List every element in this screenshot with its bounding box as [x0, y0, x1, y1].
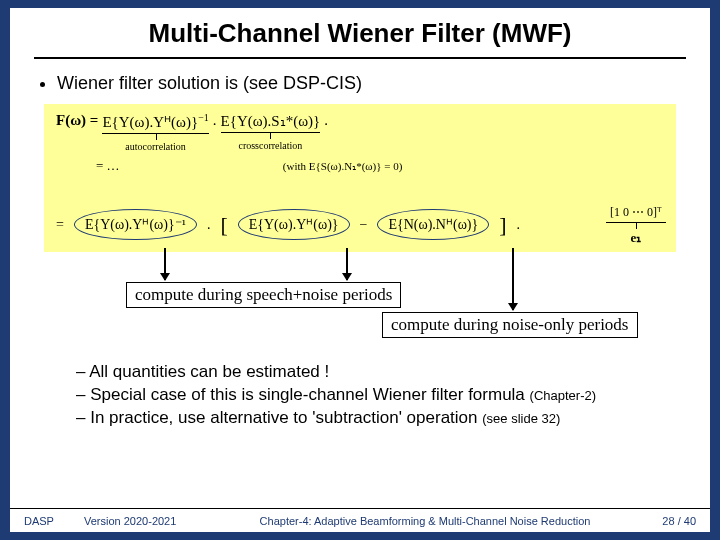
- evec-label: e₁: [606, 230, 666, 246]
- crosscorrelation-term: E{Y(ω).S₁*(ω)} crosscorrelation: [221, 112, 321, 151]
- dot-4: .: [517, 217, 521, 233]
- main-bullet: Wiener filter solution is (see DSP-CIS): [34, 73, 686, 94]
- slide: Multi-Channel Wiener Filter (MWF) Wiener…: [10, 8, 710, 532]
- formula-box: F(ω) = E{Y(ω).Yᴴ(ω)}−1 autocorrelation .…: [44, 104, 676, 252]
- sub-bullet-1-text: All quantities can be estimated !: [89, 362, 329, 381]
- arrow-down-icon: [346, 248, 348, 280]
- main-bullet-text: Wiener filter solution is (see DSP-CIS): [57, 73, 362, 94]
- sub-bullet-1: – All quantities can be estimated !: [76, 362, 686, 382]
- formula-row-1: F(ω) = E{Y(ω).Yᴴ(ω)}−1 autocorrelation .…: [56, 112, 664, 152]
- bracket-right: ]: [499, 212, 506, 238]
- content-area: Wiener filter solution is (see DSP-CIS) …: [10, 73, 710, 428]
- autocorrelation-term: E{Y(ω).Yᴴ(ω)}−1 autocorrelation: [102, 112, 208, 152]
- mid-eq: = …: [96, 158, 120, 173]
- dot-3: .: [207, 217, 211, 233]
- sub-bullet-list: – All quantities can be estimated ! – Sp…: [34, 362, 686, 428]
- cross-label: crosscorrelation: [221, 140, 321, 151]
- sub-bullet-2-text: Special case of this is single-channel W…: [90, 385, 529, 404]
- sub-bullet-2: – Special case of this is single-channel…: [76, 385, 686, 405]
- minus: −: [360, 217, 368, 233]
- footer-version: Version 2020-2021: [84, 515, 204, 527]
- ellipse-1: E{Y(ω).Yᴴ(ω)}⁻¹: [74, 209, 197, 240]
- underbrace-icon: [606, 222, 666, 228]
- title-rule: [34, 57, 686, 59]
- mid-note: (with E{S(ω).N₁*(ω)} = 0): [283, 160, 403, 172]
- tag-noise-only: compute during noise-only periods: [382, 312, 638, 338]
- formula-row-2: = E{Y(ω).Yᴴ(ω)}⁻¹ . [ E{Y(ω).Yᴴ(ω)} − E{…: [56, 209, 520, 240]
- unit-vector: [1 0 ⋯ 0]ᵀ e₁: [606, 205, 666, 246]
- sub-bullet-3-note: (see slide 32): [482, 411, 560, 426]
- arrow-down-icon: [512, 248, 514, 310]
- auto-expr: E{Y(ω).Yᴴ(ω)}: [102, 114, 198, 130]
- footer-page: 28 / 40: [646, 515, 696, 527]
- tag-speech-noise: compute during speech+noise periods: [126, 282, 401, 308]
- underbrace-icon: [102, 133, 208, 139]
- footer-chapter: Chapter-4: Adaptive Beamforming & Multi-…: [204, 515, 646, 527]
- arrow-down-icon: [164, 248, 166, 280]
- ellipse-2: E{Y(ω).Yᴴ(ω)}: [238, 209, 350, 240]
- auto-exponent: −1: [198, 112, 209, 123]
- arrow-region: compute during speech+noise periods comp…: [34, 252, 686, 288]
- sub-bullet-3-text: In practice, use alternative to 'subtrac…: [90, 408, 482, 427]
- slide-title: Multi-Channel Wiener Filter (MWF): [10, 8, 710, 57]
- formula-lhs: F(ω) =: [56, 112, 98, 129]
- sub-bullet-3: – In practice, use alternative to 'subtr…: [76, 408, 686, 428]
- auto-label: autocorrelation: [102, 141, 208, 152]
- row2-eq: =: [56, 217, 64, 233]
- cross-expr: E{Y(ω).S₁*(ω)}: [221, 113, 321, 129]
- footer: DASP Version 2020-2021 Chapter-4: Adapti…: [10, 508, 710, 532]
- ellipse-3: E{N(ω).Nᴴ(ω)}: [377, 209, 489, 240]
- dot-1: .: [213, 112, 217, 129]
- evec-row: [1 0 ⋯ 0]ᵀ: [606, 205, 666, 220]
- formula-row-mid: = … (with E{S(ω).N₁*(ω)} = 0): [96, 158, 664, 174]
- dot-2: .: [324, 112, 328, 129]
- bracket-left: [: [220, 212, 227, 238]
- footer-course: DASP: [24, 515, 84, 527]
- sub-bullet-2-note: (Chapter-2): [530, 388, 596, 403]
- bullet-dot-icon: [40, 82, 45, 87]
- underbrace-icon: [221, 132, 321, 138]
